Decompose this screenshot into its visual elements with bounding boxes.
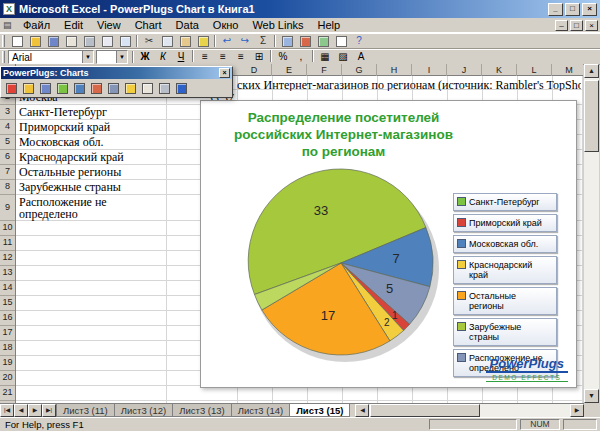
row-header[interactable]: 6 [0,150,15,165]
chart-help-button[interactable] [173,81,190,96]
chart-object[interactable]: Распределение посетителей российских Инт… [200,100,577,388]
menu-item[interactable]: Edit [57,18,90,32]
chart-options-button[interactable] [156,81,173,96]
row-header[interactable]: 10 [0,221,15,236]
italic-button[interactable]: К [154,50,172,64]
underline-button[interactable]: Ч [172,50,190,64]
row-header[interactable]: 9 [0,195,15,221]
zoom-button[interactable] [332,34,350,48]
save-chart-button[interactable] [37,81,54,96]
align-right-button[interactable]: ≡ [232,50,250,64]
toolbar-grip[interactable] [2,35,5,47]
row-header[interactable]: 19 [0,356,15,371]
drawing-button[interactable] [314,34,332,48]
font-size-combo[interactable]: ▼ [96,50,128,64]
close-button[interactable]: × [582,3,597,16]
menu-item[interactable]: Web Links [245,18,310,32]
comma-style-button[interactable]: , [292,50,310,64]
sort-ascending-button[interactable] [278,34,296,48]
row-header[interactable]: 20 [0,371,15,386]
row-header[interactable]: 3 [0,105,15,120]
new-button[interactable] [8,34,26,48]
legend-item[interactable]: Зарубежные страны [453,318,557,346]
column-header[interactable]: M [552,64,587,76]
tab-scroll-button[interactable]: ▶| [42,404,56,417]
grid-row[interactable] [16,386,583,401]
workbook-minimize-button[interactable]: – [555,20,568,31]
cell-region-name[interactable]: Краснодарский край [19,151,165,163]
tab-scroll-button[interactable]: ◀ [14,404,28,417]
undo-button[interactable]: ↩ [218,34,236,48]
legend-item[interactable]: Московская обл. [453,235,557,253]
scroll-up-icon[interactable]: ▲ [584,64,599,78]
row-header[interactable]: 13 [0,266,15,281]
chevron-down-icon[interactable]: ▼ [116,51,127,63]
vertical-scroll-track[interactable] [584,78,599,389]
menu-item[interactable]: Файл [16,18,57,32]
merge-center-button[interactable]: ⊞ [250,50,268,64]
column-header[interactable]: G [342,64,377,76]
sheet-tab[interactable]: Лист3 (13) [172,404,231,417]
cut-button[interactable]: ✂ [140,34,158,48]
workbook-close-button[interactable]: × [585,20,598,31]
fill-color-button[interactable]: ▨ [334,50,352,64]
cell-region-name[interactable]: Приморский край [19,121,165,133]
save-button[interactable] [44,34,62,48]
bold-button[interactable]: Ж [136,50,154,64]
legend-item[interactable]: Краснодарский край [453,256,557,284]
cell-region-name[interactable]: Санкт-Петербург [19,106,165,118]
menu-item[interactable]: Data [169,18,206,32]
borders-button[interactable]: ▦ [316,50,334,64]
legend-item[interactable]: Приморский край [453,214,557,232]
menu-item[interactable]: Help [311,18,348,32]
column-header[interactable]: L [517,64,552,76]
vertical-scrollbar[interactable]: ▲ ▼ [584,64,599,403]
powerplugs-toolbar-window[interactable]: PowerPlugs: Charts × [0,66,233,98]
row-header[interactable]: 14 [0,281,15,296]
pie-chart-button[interactable] [54,81,71,96]
chart-colors-button[interactable] [122,81,139,96]
row-header[interactable]: 18 [0,341,15,356]
font-name-combo[interactable]: Arial ▼ [8,50,94,64]
toolbar-grip[interactable] [2,51,5,63]
print-preview-button[interactable] [98,34,116,48]
redo-button[interactable]: ↪ [236,34,254,48]
workbook-restore-button[interactable]: □ [570,20,583,31]
cell-region-name[interactable]: Расположение не определено [19,196,165,220]
paste-button[interactable] [176,34,194,48]
row-header[interactable]: 15 [0,296,15,311]
horizontal-scroll-track[interactable] [369,404,570,418]
column-header[interactable]: D [237,64,272,76]
open-chart-button[interactable] [20,81,37,96]
align-left-button[interactable]: ≡ [196,50,214,64]
area-chart-button[interactable] [105,81,122,96]
menu-item[interactable]: Окно [206,18,246,32]
minimize-button[interactable]: _ [548,3,563,16]
scroll-left-icon[interactable]: ◀ [355,404,369,417]
powerplugs-title-bar[interactable]: PowerPlugs: Charts × [1,67,232,79]
font-color-button[interactable]: А [352,50,370,64]
row-header[interactable]: 11 [0,236,15,251]
tab-scroll-button[interactable]: |◀ [0,404,14,417]
legend-item[interactable]: Санкт-Петербург [453,193,557,211]
column-header[interactable]: K [482,64,517,76]
chart-labels-button[interactable] [139,81,156,96]
column-header[interactable]: I [412,64,447,76]
cell-region-name[interactable]: Остальные регионы [19,166,165,178]
format-painter-button[interactable] [194,34,212,48]
email-button[interactable] [62,34,80,48]
new-chart-button[interactable] [3,81,20,96]
open-button[interactable] [26,34,44,48]
column-header[interactable]: E [272,64,307,76]
cell-row1-title[interactable]: ских Интернет-магазинов по регионам (ист… [237,78,581,91]
percent-style-button[interactable]: % [274,50,292,64]
row-header[interactable]: 16 [0,311,15,326]
menu-item[interactable]: Chart [128,18,169,32]
sheet-tab[interactable]: Лист3 (11) [56,404,115,417]
row-header[interactable]: 5 [0,135,15,150]
row-header[interactable]: 4 [0,120,15,135]
sheet-tab[interactable]: Лист3 (15) [289,404,350,417]
row-header[interactable]: 8 [0,180,15,195]
sheet-tab[interactable]: Лист3 (14) [231,404,290,417]
tab-scroll-button[interactable]: ▶ [28,404,42,417]
